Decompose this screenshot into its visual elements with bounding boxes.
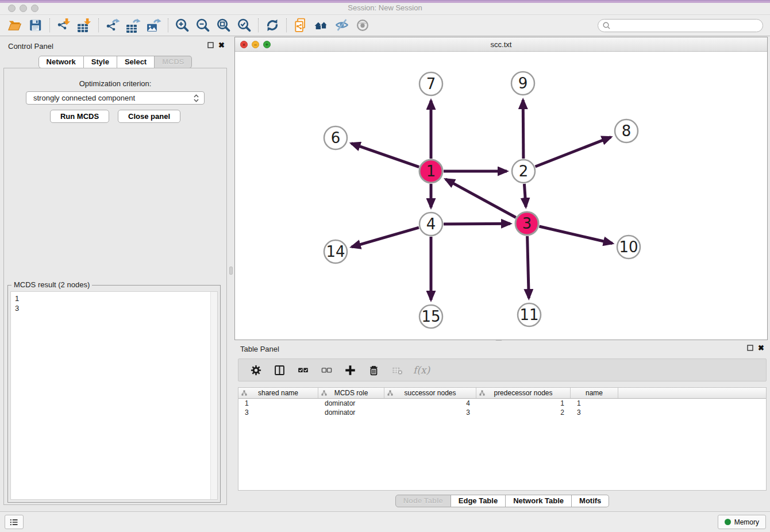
optimization-criterion-label: Optimization criterion: <box>4 79 226 88</box>
graph-node-11[interactable]: 11 <box>518 303 541 326</box>
close-panel-button[interactable]: Close panel <box>118 110 180 123</box>
dropdown-stepper-icon <box>193 94 199 103</box>
float-panel-icon[interactable] <box>207 42 214 48</box>
graph-edge-4-14 <box>352 228 419 247</box>
apply-layout-button[interactable] <box>262 17 283 34</box>
zoom-fit-button[interactable] <box>213 17 234 34</box>
open-session-button[interactable] <box>5 17 25 34</box>
tab-network-table[interactable]: Network Table <box>506 495 572 507</box>
select-all-columns-button[interactable] <box>295 363 310 377</box>
svg-text:11: 11 <box>519 306 538 323</box>
table-panel-tabs: Node TableEdge TableNetwork TableMotifs <box>234 495 770 507</box>
svg-text:3: 3 <box>522 215 532 232</box>
mcds-result-line: 3 <box>15 303 217 313</box>
tab-mcds[interactable]: MCDS <box>155 56 192 68</box>
delete-column-button[interactable] <box>366 363 381 377</box>
memory-button[interactable]: Memory <box>718 515 766 529</box>
tab-motifs[interactable]: Motifs <box>572 495 609 507</box>
close-table-panel-icon[interactable]: ✖ <box>758 345 764 351</box>
column-type-icon <box>479 390 485 396</box>
unselect-all-columns-icon <box>321 364 333 376</box>
add-column-button[interactable] <box>342 363 357 377</box>
import-network-icon <box>56 18 71 33</box>
column-header-predecessor-nodes[interactable]: predecessor nodes <box>476 388 571 398</box>
delete-table-button <box>390 363 405 377</box>
graph-node-7[interactable]: 7 <box>419 72 442 95</box>
import-table-button[interactable] <box>74 17 95 34</box>
export-table-button[interactable] <box>123 17 144 34</box>
graph-node-9[interactable]: 9 <box>511 72 534 95</box>
search-field[interactable] <box>598 19 763 32</box>
graph-node-8[interactable]: 8 <box>615 119 638 142</box>
tab-node-table[interactable]: Node Table <box>395 495 451 507</box>
float-table-panel-icon[interactable] <box>747 345 753 351</box>
table-cell: 1 <box>571 399 618 407</box>
result-scrollbar[interactable] <box>210 292 217 499</box>
graph-node-4[interactable]: 4 <box>419 213 442 236</box>
toolbar-separator <box>49 18 50 32</box>
open-session-icon <box>7 18 22 33</box>
import-table-icon <box>77 18 92 33</box>
zoom-in-button[interactable] <box>172 17 192 34</box>
zoom-selected-button[interactable] <box>234 17 255 34</box>
window-titlebar: Session: New Session <box>0 0 770 15</box>
graph-node-1[interactable]: 1 <box>419 160 442 183</box>
export-network-button[interactable] <box>102 17 123 34</box>
show-all-button[interactable] <box>352 17 373 34</box>
tab-edge-table[interactable]: Edge Table <box>451 495 506 507</box>
table-cell: 1 <box>476 399 571 407</box>
mcds-tab-content: Optimization criterion: strongly connect… <box>3 68 227 505</box>
column-header-mcds-role[interactable]: MCDS role <box>318 388 384 398</box>
delete-column-icon <box>368 364 380 376</box>
show-columns-button[interactable] <box>272 363 287 377</box>
criterion-dropdown[interactable]: strongly connected component <box>26 91 205 105</box>
table-header-row: shared nameMCDS rolesuccessor nodesprede… <box>238 388 766 399</box>
vertical-splitter-handle[interactable] <box>229 267 233 275</box>
export-image-button[interactable] <box>144 17 164 34</box>
graph-node-10[interactable]: 10 <box>617 236 640 259</box>
tab-style[interactable]: Style <box>84 56 117 68</box>
column-header-name[interactable]: name <box>571 388 618 398</box>
search-input[interactable] <box>613 21 763 31</box>
houses-button[interactable] <box>311 17 332 34</box>
tab-select[interactable]: Select <box>117 56 155 68</box>
graph-node-6[interactable]: 6 <box>324 126 347 149</box>
table-toolbar: f(x) <box>238 358 767 381</box>
criterion-dropdown-value: strongly connected component <box>33 94 193 102</box>
save-session-button[interactable] <box>25 17 46 34</box>
node-table: shared nameMCDS rolesuccessor nodesprede… <box>238 387 767 491</box>
svg-text:4: 4 <box>426 215 436 233</box>
table-cell: 2 <box>476 408 571 417</box>
toolbar-separator <box>286 18 287 32</box>
task-history-button[interactable] <box>5 515 24 529</box>
hide-selected-button[interactable] <box>332 17 352 34</box>
graph-edge-2-9 <box>523 100 523 159</box>
graph-node-2[interactable]: 2 <box>512 160 535 183</box>
svg-text:2: 2 <box>519 163 529 180</box>
graph-node-15[interactable]: 15 <box>419 305 442 328</box>
new-network-from-selection-icon <box>293 18 308 33</box>
graph-node-3[interactable]: 3 <box>515 212 538 235</box>
close-panel-icon[interactable]: ✖ <box>218 42 225 48</box>
column-header-shared-name[interactable]: shared name <box>238 388 318 398</box>
export-table-icon <box>126 18 141 33</box>
network-graph: 1234678910111415 <box>235 52 767 340</box>
svg-text:9: 9 <box>518 75 528 92</box>
table-row[interactable]: 1dominator411 <box>238 399 766 408</box>
unselect-all-columns-button[interactable] <box>319 363 334 377</box>
table-row[interactable]: 3dominator323 <box>238 408 766 417</box>
tab-network[interactable]: Network <box>38 56 84 68</box>
mcds-result-title: MCDS result (2 nodes) <box>11 280 92 289</box>
zoom-selected-icon <box>237 18 252 33</box>
mcds-result-list[interactable]: 13 <box>10 291 218 500</box>
graph-node-14[interactable]: 14 <box>324 240 347 263</box>
import-network-button[interactable] <box>53 17 74 34</box>
table-settings-gear-button[interactable] <box>248 363 263 377</box>
zoom-out-button[interactable] <box>192 17 213 34</box>
column-header-successor-nodes[interactable]: successor nodes <box>384 388 476 398</box>
zoom-out-icon <box>195 18 210 33</box>
export-image-icon <box>147 18 161 33</box>
network-canvas[interactable]: 1234678910111415 <box>235 52 767 340</box>
run-mcds-button[interactable]: Run MCDS <box>50 110 109 123</box>
new-network-from-selection-button[interactable] <box>290 17 311 34</box>
